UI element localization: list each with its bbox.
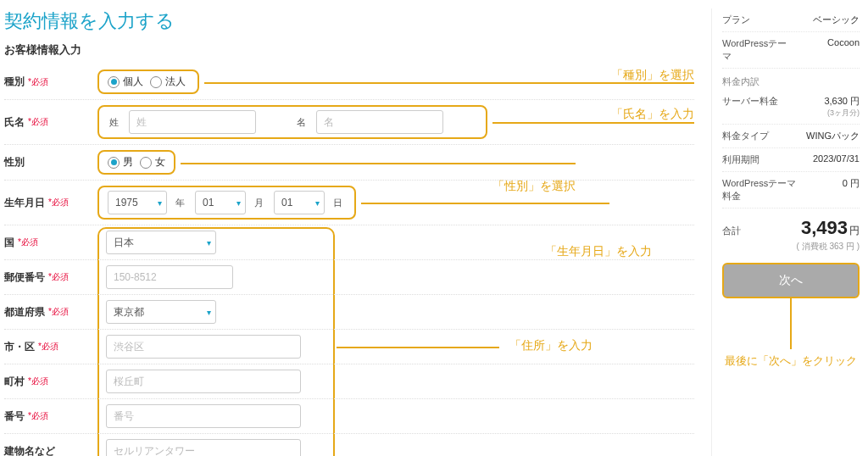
total-yen: 円 bbox=[849, 225, 860, 236]
label-country: 国*必須 bbox=[4, 236, 97, 250]
mei-input[interactable] bbox=[316, 110, 443, 134]
wpfee-value: 0 円 bbox=[843, 177, 860, 203]
radio-male[interactable]: 男 bbox=[108, 155, 133, 170]
wpfee-label: WordPressテーマ料金 bbox=[722, 177, 798, 203]
detail-head: 料金内訳 bbox=[722, 75, 860, 88]
radio-personal[interactable]: 個人 bbox=[108, 75, 143, 89]
type-radio-group: 個人 法人 bbox=[97, 70, 199, 94]
callout-name: 「氏名」を入力 bbox=[611, 107, 694, 122]
type-label: 料金タイプ bbox=[722, 130, 769, 142]
sei-label: 姓 bbox=[109, 116, 119, 129]
month-unit: 月 bbox=[254, 197, 264, 209]
radio-corporate[interactable]: 法人 bbox=[150, 75, 186, 89]
city-input[interactable] bbox=[106, 335, 301, 359]
birth-box: 1975 年 01 月 01 日 bbox=[97, 186, 356, 220]
period-value: 2023/07/31 bbox=[813, 153, 860, 166]
number-input[interactable] bbox=[106, 404, 301, 428]
label-pref: 都道府県*必須 bbox=[4, 305, 97, 320]
label-birth: 生年月日*必須 bbox=[4, 196, 97, 210]
callout-line-icon bbox=[790, 298, 792, 349]
year-unit: 年 bbox=[175, 197, 185, 209]
plan-value: ベーシック bbox=[813, 14, 860, 26]
callout-next: 最後に「次へ」をクリック bbox=[722, 353, 860, 370]
town-input[interactable] bbox=[106, 370, 301, 393]
label-gender: 性別 bbox=[4, 155, 97, 170]
pref-select[interactable]: 東京都 bbox=[106, 300, 216, 324]
label-type: 種別*必須 bbox=[4, 75, 97, 89]
next-button[interactable]: 次へ bbox=[722, 263, 860, 298]
plan-label: プラン bbox=[722, 14, 750, 26]
server-label: サーバー料金 bbox=[722, 95, 778, 119]
gender-radio-group: 男 女 bbox=[97, 150, 175, 175]
section-heading: お客様情報入力 bbox=[4, 42, 694, 58]
label-town: 町村*必須 bbox=[4, 375, 97, 389]
total-value: 3,493 bbox=[801, 217, 848, 238]
server-sub: (3ヶ月分) bbox=[824, 108, 860, 119]
postal-input[interactable] bbox=[106, 265, 233, 289]
type-value: WINGパック bbox=[806, 130, 860, 142]
label-city: 市・区*必須 bbox=[4, 340, 97, 354]
country-select[interactable]: 日本 bbox=[106, 231, 216, 254]
total-label: 合計 bbox=[722, 225, 741, 237]
callout-type: 「種別」を選択 bbox=[611, 68, 694, 83]
summary-sidebar: プランベーシック WordPressテーマCocoon 料金内訳 サーバー料金3… bbox=[711, 8, 860, 456]
mei-label: 名 bbox=[297, 116, 306, 129]
label-postal: 郵便番号*必須 bbox=[4, 270, 97, 285]
radio-icon bbox=[108, 76, 120, 88]
birth-year-select[interactable]: 1975 bbox=[108, 191, 167, 214]
radio-female[interactable]: 女 bbox=[140, 155, 165, 170]
server-value: 3,630 円 bbox=[824, 96, 860, 106]
period-label: 利用期間 bbox=[722, 153, 760, 166]
label-building: 建物名など bbox=[4, 444, 97, 457]
birth-month-select[interactable]: 01 bbox=[195, 191, 246, 214]
wp-value: Cocoon bbox=[827, 37, 860, 63]
birth-day-select[interactable]: 01 bbox=[274, 191, 325, 214]
building-input[interactable] bbox=[106, 439, 301, 456]
sei-input[interactable] bbox=[129, 110, 256, 134]
radio-icon bbox=[108, 157, 120, 169]
radio-icon bbox=[150, 76, 162, 88]
tax-note: ( 消費税 363 円 ) bbox=[722, 241, 860, 253]
radio-icon bbox=[140, 157, 152, 169]
day-unit: 日 bbox=[333, 197, 342, 209]
page-title: 契約情報を入力する bbox=[4, 8, 694, 34]
name-box: 姓 名 bbox=[97, 105, 487, 139]
label-number: 番号*必須 bbox=[4, 409, 97, 424]
label-name: 氏名*必須 bbox=[4, 115, 97, 130]
wp-label: WordPressテーマ bbox=[722, 37, 790, 63]
